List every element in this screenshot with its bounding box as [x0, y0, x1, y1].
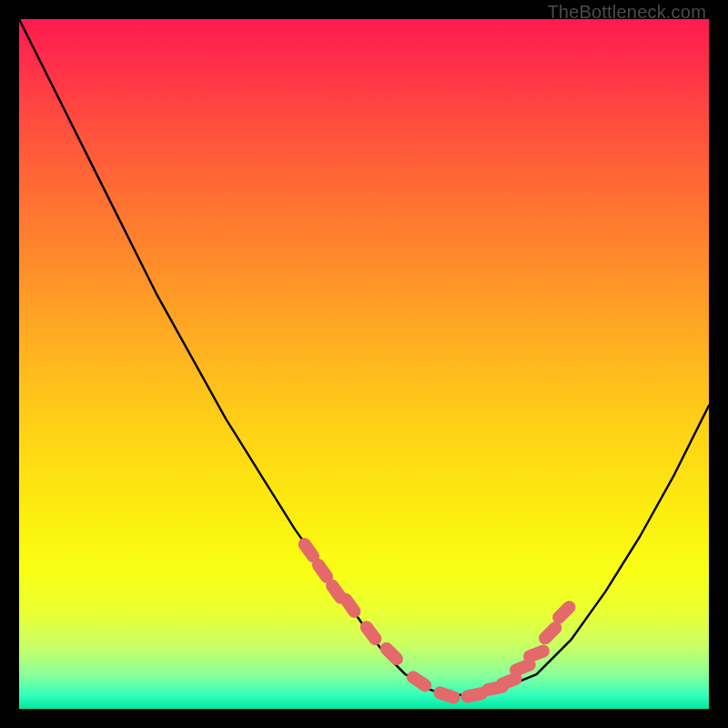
- chart-stage: TheBottleneck.com: [0, 0, 728, 728]
- highlight-marker: [432, 684, 462, 705]
- highlight-marker: [378, 640, 406, 668]
- plot-area: [19, 19, 709, 709]
- bottleneck-curve-path: [19, 19, 709, 695]
- highlight-marker: [521, 642, 551, 664]
- bottleneck-curve-svg: [19, 19, 709, 709]
